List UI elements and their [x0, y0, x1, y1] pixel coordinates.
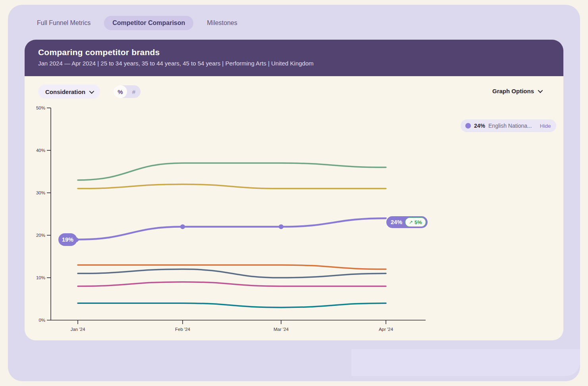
series-end-value-badge: 24% ↗ 5% — [386, 215, 428, 229]
legend-hide-button[interactable]: Hide — [540, 123, 551, 129]
unit-toggle: % # — [114, 85, 141, 98]
y-tick-label: 30% — [36, 190, 45, 195]
chart-svg: 0%10%20%30%40%50%Jan '24Feb '24Mar '24Ap… — [25, 40, 563, 340]
tab-competitor-comparison[interactable]: Competitor Comparison — [104, 16, 193, 30]
legend-value: 24% — [474, 123, 485, 129]
series-start-value-label: 19% — [58, 233, 77, 246]
delta-pill: ↗ 5% — [405, 217, 426, 227]
x-tick-label: Apr '24 — [379, 327, 393, 332]
series-line — [78, 282, 386, 286]
y-tick-label: 40% — [36, 148, 45, 153]
unit-toggle-count[interactable]: # — [127, 85, 141, 98]
card-title: Comparing competitor brands — [38, 48, 550, 57]
legend-color-dot — [465, 123, 471, 129]
graph-options-label: Graph Options — [492, 88, 534, 94]
card-header: Comparing competitor brands Jan 2024 — A… — [25, 40, 563, 76]
x-tick-label: Mar '24 — [274, 327, 289, 332]
legend-series-name: English Nationa... — [488, 123, 532, 129]
end-value: 24% — [391, 219, 402, 225]
legend-item[interactable]: 24% English Nationa... Hide — [461, 119, 556, 132]
delta-value: 5% — [414, 219, 422, 225]
metric-dropdown[interactable]: Consideration — [38, 84, 100, 99]
tab-milestones[interactable]: Milestones — [200, 16, 244, 30]
chevron-down-icon — [538, 88, 543, 93]
series-line — [78, 163, 386, 180]
trend-up-arrow-icon: ↗ — [409, 220, 413, 225]
y-tick-label: 20% — [36, 233, 45, 238]
series-line — [78, 269, 386, 278]
metric-dropdown-value: Consideration — [45, 88, 85, 95]
y-tick-label: 0% — [39, 318, 45, 323]
series-line — [78, 303, 386, 307]
tab-full-funnel-metrics[interactable]: Full Funnel Metrics — [30, 16, 98, 30]
axis-lines — [51, 108, 426, 320]
highlighted-series-line — [78, 218, 386, 240]
y-tick-label: 50% — [36, 106, 45, 110]
series-line — [78, 265, 386, 269]
dashboard-panel: Full Funnel Metrics Competitor Compariso… — [8, 5, 580, 381]
chevron-down-icon — [89, 88, 94, 94]
unit-toggle-percent[interactable]: % — [114, 85, 127, 98]
y-tick-label: 10% — [36, 275, 45, 280]
series-point-marker — [180, 225, 185, 229]
x-tick-label: Jan '24 — [71, 327, 85, 332]
graph-options-dropdown[interactable]: Graph Options — [492, 88, 542, 94]
card-subtitle: Jan 2024 — Apr 2024 | 25 to 34 years, 35… — [38, 60, 550, 67]
tab-bar: Full Funnel Metrics Competitor Compariso… — [30, 15, 245, 31]
series-line — [78, 184, 386, 189]
bottom-highlight-patch — [351, 349, 580, 376]
competitor-comparison-card: Comparing competitor brands Jan 2024 — A… — [25, 40, 563, 340]
x-tick-label: Feb '24 — [175, 327, 191, 332]
series-point-marker — [279, 225, 283, 229]
